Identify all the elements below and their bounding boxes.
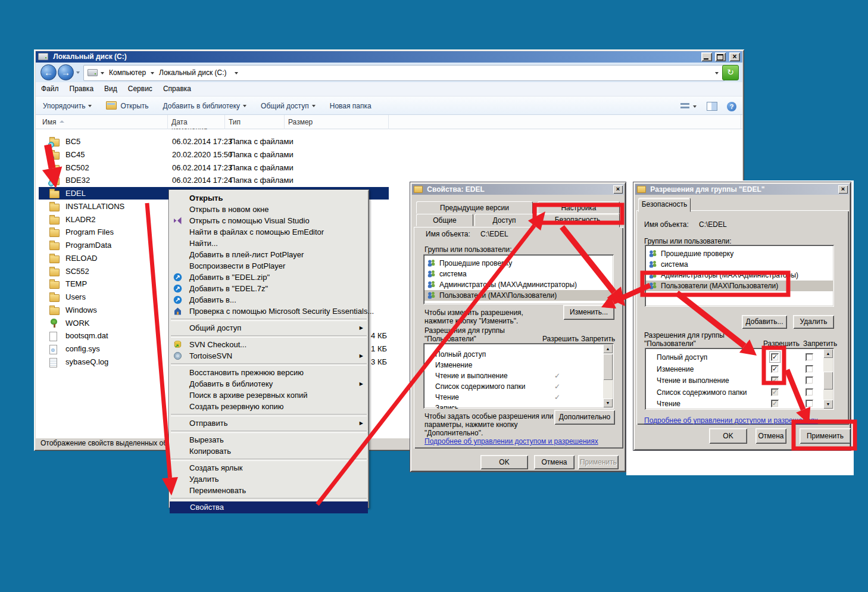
- properties-dialog-title-bar[interactable]: Свойства: EDEL ×: [412, 184, 624, 195]
- permissions-dialog-title-bar[interactable]: Разрешения для группы "EDEL" ×: [635, 184, 849, 195]
- allow-checkbox[interactable]: ✓: [771, 388, 779, 396]
- scroll-up-icon[interactable]: ▲: [603, 344, 613, 353]
- tab-general[interactable]: Общие: [416, 214, 473, 226]
- context-menu-item-4[interactable]: Найти...: [169, 238, 369, 249]
- breadcrumb-caret2[interactable]: [235, 72, 238, 74]
- deny-checkbox[interactable]: [805, 388, 813, 396]
- view-caret-icon[interactable]: [693, 105, 697, 108]
- context-menu-item-8[interactable]: Добавить в "EDEL.7z": [169, 283, 369, 294]
- advanced-button[interactable]: Дополнительно: [554, 410, 615, 425]
- scroll-down-icon[interactable]: ▼: [603, 398, 613, 407]
- address-dropdown-caret[interactable]: [715, 72, 719, 74]
- scroll-thumb[interactable]: [603, 354, 613, 380]
- forward-button[interactable]: →: [58, 64, 74, 80]
- tab-previous-versions[interactable]: Предыдущие версии: [416, 201, 533, 214]
- context-menu-item-25[interactable]: Копировать: [169, 445, 369, 457]
- allow-checkbox[interactable]: ✓: [771, 353, 779, 361]
- refresh-button[interactable]: ↻: [722, 65, 739, 80]
- apply-button[interactable]: Применить: [800, 428, 851, 444]
- context-menu-item-12[interactable]: Общий доступ▶: [169, 322, 369, 334]
- context-menu-item-14[interactable]: SVN Checkout...: [169, 339, 369, 350]
- location-caret[interactable]: [101, 72, 104, 74]
- delete-button[interactable]: Удалить: [793, 315, 834, 329]
- allow-checkbox[interactable]: ✓: [771, 400, 779, 407]
- file-row-BC502[interactable]: BC50206.02.2014 17:23Папка с файлами: [39, 161, 741, 174]
- scroll-thumb[interactable]: [823, 372, 833, 390]
- nav-history-caret[interactable]: [76, 71, 80, 74]
- context-menu-item-2[interactable]: Открыть с помощью Visual Studio: [169, 215, 369, 226]
- close-icon[interactable]: ×: [838, 185, 848, 194]
- allow-checkbox[interactable]: ✓: [771, 365, 779, 373]
- acl-help-link[interactable]: Подробнее об управлении доступом и разре…: [424, 437, 598, 445]
- menubar-item-4[interactable]: Справка: [158, 82, 196, 93]
- group-row-1[interactable]: система: [646, 259, 833, 270]
- file-row-BC5[interactable]: BC506.02.2014 17:23Папка с файлами: [39, 135, 741, 148]
- context-menu-item-24[interactable]: Вырезать: [169, 434, 369, 445]
- permissions-checkbox-listbox[interactable]: ▲ ▼ Полный доступ✓Изменение✓Чтение и вып…: [645, 348, 834, 410]
- column-header-0[interactable]: Имя: [39, 115, 168, 129]
- preview-pane-icon[interactable]: [707, 102, 717, 111]
- context-menu-item-3[interactable]: Найти в файлах с помощью EmEditor: [169, 226, 369, 238]
- breadcrumb-disk[interactable]: Локальный диск (C:): [159, 68, 227, 77]
- context-menu-item-17[interactable]: Восстановить прежнюю версию: [169, 367, 369, 378]
- context-menu-item-1[interactable]: Открыть в новом окне: [169, 204, 369, 215]
- toolbar-item-1[interactable]: Открыть: [99, 96, 155, 110]
- group-row-2[interactable]: Администраторы (MAX\Администраторы): [646, 270, 833, 281]
- column-header-3[interactable]: Размер: [285, 115, 389, 129]
- context-menu-item-20[interactable]: Создать резервную копию: [169, 401, 369, 412]
- groups-listbox[interactable]: Прошедшие проверкусистемаАдминистраторы …: [645, 245, 834, 307]
- context-menu-item-6[interactable]: Воспроизвести в PotPlayer: [169, 260, 369, 272]
- group-row-3[interactable]: Пользователи (MAX\Пользователи): [646, 281, 833, 291]
- context-menu-item-5[interactable]: Добавить в плей-лист PotPlayer: [169, 249, 369, 260]
- tab-security[interactable]: Безопасность: [535, 213, 620, 228]
- deny-checkbox[interactable]: [805, 400, 813, 407]
- deny-checkbox[interactable]: [805, 353, 813, 361]
- group-row-1[interactable]: система: [424, 269, 613, 279]
- deny-checkbox[interactable]: [805, 365, 813, 373]
- tab-security[interactable]: Безопасность: [638, 198, 691, 212]
- explorer-title-bar[interactable]: Локальный диск (C:): [36, 51, 742, 63]
- scrollbar[interactable]: ▲ ▼: [603, 344, 613, 407]
- close-icon[interactable]: ×: [613, 185, 623, 194]
- cancel-button[interactable]: Отмена: [534, 455, 574, 469]
- close-button[interactable]: [729, 52, 740, 61]
- back-button[interactable]: ←: [40, 64, 57, 80]
- ok-button[interactable]: OK: [480, 455, 528, 469]
- cancel-button[interactable]: Отмена: [755, 428, 786, 444]
- deny-checkbox[interactable]: [805, 376, 813, 384]
- group-row-0[interactable]: Прошедшие проверку: [424, 258, 613, 269]
- menubar-item-0[interactable]: Файл: [36, 82, 64, 93]
- file-row-BC45[interactable]: BC4520.02.2020 15:50Папка с файлами: [39, 148, 741, 161]
- toolbar-item-3[interactable]: Общий доступ: [254, 97, 323, 110]
- column-header-1[interactable]: Дата изменения: [168, 115, 225, 129]
- menubar-item-1[interactable]: Правка: [64, 82, 99, 93]
- change-view-icon[interactable]: [680, 103, 689, 110]
- address-field[interactable]: Компьютер Локальный диск (C:): [83, 65, 725, 81]
- context-menu-item-15[interactable]: TortoiseSVN▶: [169, 350, 369, 362]
- minimize-button[interactable]: [701, 52, 712, 61]
- ok-button[interactable]: OK: [709, 428, 747, 444]
- add-button[interactable]: Добавить...: [742, 315, 787, 329]
- group-row-3[interactable]: Пользователи (MAX\Пользователи): [424, 290, 613, 301]
- groups-listbox[interactable]: Прошедшие проверкусистемаАдминистраторы …: [423, 254, 614, 304]
- context-menu-item-22[interactable]: Отправить▶: [169, 417, 369, 429]
- acl-help-link[interactable]: Подробнее об управлении доступом и разре…: [644, 416, 818, 425]
- context-menu-item-9[interactable]: Добавить в...: [169, 294, 369, 306]
- menubar-item-3[interactable]: Сервис: [123, 82, 158, 93]
- toolbar-item-2[interactable]: Добавить в библиотеку: [156, 97, 254, 110]
- scroll-up-icon[interactable]: ▲: [823, 349, 833, 358]
- context-menu-item-27[interactable]: Создать ярлык: [169, 462, 369, 473]
- apply-button[interactable]: Применить: [578, 455, 619, 469]
- menubar-item-2[interactable]: Вид: [99, 82, 123, 93]
- column-header-2[interactable]: Тип: [225, 115, 285, 129]
- context-menu-item-10[interactable]: Проверка с помощью Microsoft Security Es…: [169, 306, 369, 317]
- group-row-0[interactable]: Прошедшие проверку: [646, 248, 833, 259]
- edit-button[interactable]: Изменить...: [563, 305, 614, 320]
- toolbar-item-0[interactable]: Упорядочить: [36, 97, 99, 110]
- allow-checkbox[interactable]: ✓: [771, 376, 779, 384]
- breadcrumb-caret[interactable]: [151, 72, 154, 74]
- toolbar-item-4[interactable]: Новая папка: [323, 97, 379, 110]
- scroll-down-icon[interactable]: ▼: [823, 400, 833, 409]
- context-menu-item-7[interactable]: Добавить в "EDEL.zip": [169, 272, 369, 283]
- tab-customize[interactable]: Настройка: [538, 201, 620, 214]
